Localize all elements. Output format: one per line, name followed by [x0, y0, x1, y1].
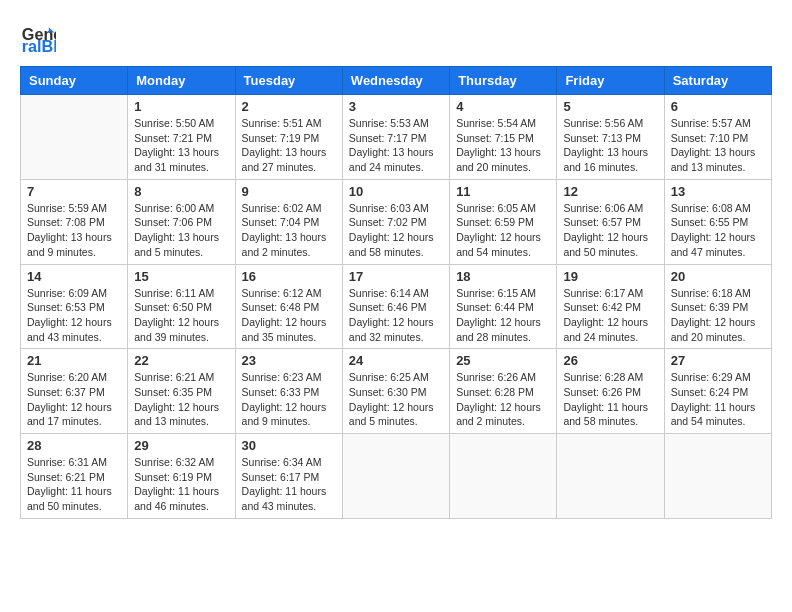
calendar-week-row: 1Sunrise: 5:50 AMSunset: 7:21 PMDaylight…	[21, 95, 772, 180]
calendar-cell: 21Sunrise: 6:20 AMSunset: 6:37 PMDayligh…	[21, 349, 128, 434]
day-number: 13	[671, 184, 765, 199]
day-number: 9	[242, 184, 336, 199]
day-info: Sunrise: 6:02 AMSunset: 7:04 PMDaylight:…	[242, 201, 336, 260]
day-number: 5	[563, 99, 657, 114]
calendar-cell: 2Sunrise: 5:51 AMSunset: 7:19 PMDaylight…	[235, 95, 342, 180]
logo: Gene ral Blue	[20, 20, 60, 56]
calendar-cell: 7Sunrise: 5:59 AMSunset: 7:08 PMDaylight…	[21, 179, 128, 264]
day-number: 28	[27, 438, 121, 453]
day-info: Sunrise: 6:17 AMSunset: 6:42 PMDaylight:…	[563, 286, 657, 345]
calendar-cell: 16Sunrise: 6:12 AMSunset: 6:48 PMDayligh…	[235, 264, 342, 349]
day-info: Sunrise: 6:31 AMSunset: 6:21 PMDaylight:…	[27, 455, 121, 514]
day-info: Sunrise: 6:29 AMSunset: 6:24 PMDaylight:…	[671, 370, 765, 429]
day-number: 24	[349, 353, 443, 368]
day-number: 17	[349, 269, 443, 284]
day-info: Sunrise: 6:20 AMSunset: 6:37 PMDaylight:…	[27, 370, 121, 429]
day-info: Sunrise: 6:11 AMSunset: 6:50 PMDaylight:…	[134, 286, 228, 345]
calendar-cell: 3Sunrise: 5:53 AMSunset: 7:17 PMDaylight…	[342, 95, 449, 180]
day-number: 21	[27, 353, 121, 368]
day-info: Sunrise: 5:59 AMSunset: 7:08 PMDaylight:…	[27, 201, 121, 260]
day-info: Sunrise: 6:23 AMSunset: 6:33 PMDaylight:…	[242, 370, 336, 429]
calendar-cell: 12Sunrise: 6:06 AMSunset: 6:57 PMDayligh…	[557, 179, 664, 264]
svg-text:ral: ral	[22, 37, 42, 55]
day-number: 19	[563, 269, 657, 284]
day-number: 11	[456, 184, 550, 199]
day-info: Sunrise: 6:32 AMSunset: 6:19 PMDaylight:…	[134, 455, 228, 514]
calendar-cell: 6Sunrise: 5:57 AMSunset: 7:10 PMDaylight…	[664, 95, 771, 180]
weekday-header: Wednesday	[342, 67, 449, 95]
day-number: 15	[134, 269, 228, 284]
day-info: Sunrise: 6:18 AMSunset: 6:39 PMDaylight:…	[671, 286, 765, 345]
day-number: 26	[563, 353, 657, 368]
day-info: Sunrise: 6:06 AMSunset: 6:57 PMDaylight:…	[563, 201, 657, 260]
calendar-cell: 28Sunrise: 6:31 AMSunset: 6:21 PMDayligh…	[21, 434, 128, 519]
calendar-cell: 23Sunrise: 6:23 AMSunset: 6:33 PMDayligh…	[235, 349, 342, 434]
calendar-cell: 30Sunrise: 6:34 AMSunset: 6:17 PMDayligh…	[235, 434, 342, 519]
calendar-header-row: SundayMondayTuesdayWednesdayThursdayFrid…	[21, 67, 772, 95]
calendar-week-row: 21Sunrise: 6:20 AMSunset: 6:37 PMDayligh…	[21, 349, 772, 434]
day-number: 7	[27, 184, 121, 199]
day-info: Sunrise: 6:05 AMSunset: 6:59 PMDaylight:…	[456, 201, 550, 260]
day-info: Sunrise: 6:26 AMSunset: 6:28 PMDaylight:…	[456, 370, 550, 429]
calendar-week-row: 14Sunrise: 6:09 AMSunset: 6:53 PMDayligh…	[21, 264, 772, 349]
calendar-cell: 14Sunrise: 6:09 AMSunset: 6:53 PMDayligh…	[21, 264, 128, 349]
calendar-cell: 1Sunrise: 5:50 AMSunset: 7:21 PMDaylight…	[128, 95, 235, 180]
weekday-header: Sunday	[21, 67, 128, 95]
day-number: 12	[563, 184, 657, 199]
day-info: Sunrise: 5:57 AMSunset: 7:10 PMDaylight:…	[671, 116, 765, 175]
day-number: 27	[671, 353, 765, 368]
day-info: Sunrise: 6:08 AMSunset: 6:55 PMDaylight:…	[671, 201, 765, 260]
calendar-cell: 22Sunrise: 6:21 AMSunset: 6:35 PMDayligh…	[128, 349, 235, 434]
calendar-cell	[342, 434, 449, 519]
calendar-cell	[557, 434, 664, 519]
weekday-header: Friday	[557, 67, 664, 95]
day-info: Sunrise: 6:25 AMSunset: 6:30 PMDaylight:…	[349, 370, 443, 429]
day-number: 20	[671, 269, 765, 284]
calendar-cell: 15Sunrise: 6:11 AMSunset: 6:50 PMDayligh…	[128, 264, 235, 349]
page-header: Gene ral Blue	[20, 20, 772, 56]
day-number: 10	[349, 184, 443, 199]
day-number: 8	[134, 184, 228, 199]
svg-text:Blue: Blue	[42, 37, 56, 55]
day-info: Sunrise: 6:14 AMSunset: 6:46 PMDaylight:…	[349, 286, 443, 345]
calendar-cell: 20Sunrise: 6:18 AMSunset: 6:39 PMDayligh…	[664, 264, 771, 349]
day-info: Sunrise: 6:15 AMSunset: 6:44 PMDaylight:…	[456, 286, 550, 345]
day-number: 29	[134, 438, 228, 453]
calendar-cell: 10Sunrise: 6:03 AMSunset: 7:02 PMDayligh…	[342, 179, 449, 264]
calendar-cell: 29Sunrise: 6:32 AMSunset: 6:19 PMDayligh…	[128, 434, 235, 519]
day-info: Sunrise: 6:34 AMSunset: 6:17 PMDaylight:…	[242, 455, 336, 514]
calendar-cell: 18Sunrise: 6:15 AMSunset: 6:44 PMDayligh…	[450, 264, 557, 349]
calendar-cell	[664, 434, 771, 519]
day-info: Sunrise: 5:54 AMSunset: 7:15 PMDaylight:…	[456, 116, 550, 175]
calendar-cell: 25Sunrise: 6:26 AMSunset: 6:28 PMDayligh…	[450, 349, 557, 434]
calendar-body: 1Sunrise: 5:50 AMSunset: 7:21 PMDaylight…	[21, 95, 772, 519]
calendar-cell: 19Sunrise: 6:17 AMSunset: 6:42 PMDayligh…	[557, 264, 664, 349]
day-info: Sunrise: 5:51 AMSunset: 7:19 PMDaylight:…	[242, 116, 336, 175]
day-number: 2	[242, 99, 336, 114]
day-info: Sunrise: 5:50 AMSunset: 7:21 PMDaylight:…	[134, 116, 228, 175]
calendar-table: SundayMondayTuesdayWednesdayThursdayFrid…	[20, 66, 772, 519]
day-number: 14	[27, 269, 121, 284]
day-number: 3	[349, 99, 443, 114]
day-number: 1	[134, 99, 228, 114]
day-info: Sunrise: 6:28 AMSunset: 6:26 PMDaylight:…	[563, 370, 657, 429]
day-number: 16	[242, 269, 336, 284]
calendar-cell: 26Sunrise: 6:28 AMSunset: 6:26 PMDayligh…	[557, 349, 664, 434]
weekday-header: Tuesday	[235, 67, 342, 95]
day-number: 23	[242, 353, 336, 368]
calendar-cell: 24Sunrise: 6:25 AMSunset: 6:30 PMDayligh…	[342, 349, 449, 434]
calendar-cell	[21, 95, 128, 180]
day-info: Sunrise: 6:21 AMSunset: 6:35 PMDaylight:…	[134, 370, 228, 429]
day-number: 4	[456, 99, 550, 114]
calendar-cell	[450, 434, 557, 519]
calendar-cell: 11Sunrise: 6:05 AMSunset: 6:59 PMDayligh…	[450, 179, 557, 264]
calendar-cell: 13Sunrise: 6:08 AMSunset: 6:55 PMDayligh…	[664, 179, 771, 264]
calendar-cell: 8Sunrise: 6:00 AMSunset: 7:06 PMDaylight…	[128, 179, 235, 264]
calendar-cell: 5Sunrise: 5:56 AMSunset: 7:13 PMDaylight…	[557, 95, 664, 180]
logo-icon: Gene ral Blue	[20, 20, 56, 56]
calendar-cell: 17Sunrise: 6:14 AMSunset: 6:46 PMDayligh…	[342, 264, 449, 349]
weekday-header: Monday	[128, 67, 235, 95]
day-number: 6	[671, 99, 765, 114]
day-info: Sunrise: 6:09 AMSunset: 6:53 PMDaylight:…	[27, 286, 121, 345]
day-number: 22	[134, 353, 228, 368]
